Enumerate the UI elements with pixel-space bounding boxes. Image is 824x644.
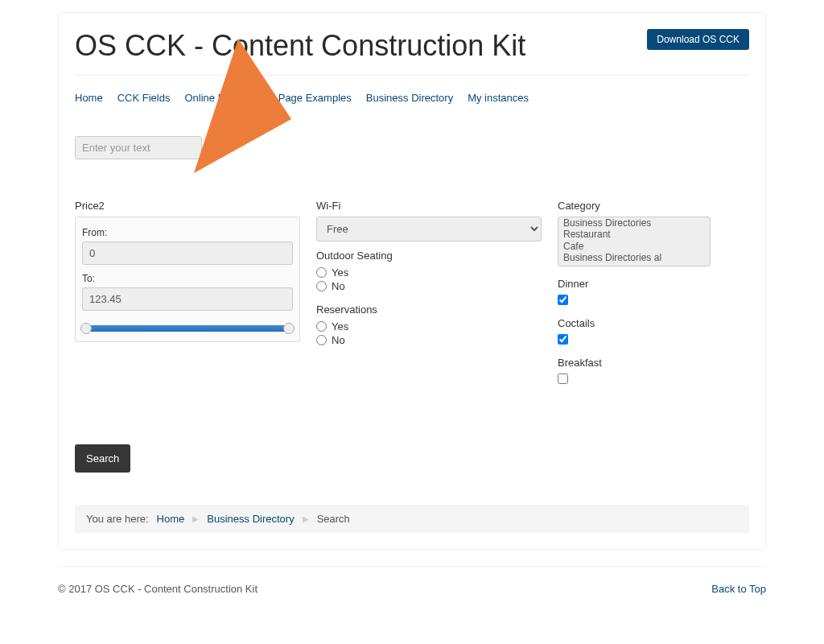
nav-online-examples[interactable]: Online Examples [184,92,263,104]
breakfast-checkbox[interactable] [558,374,568,384]
price2-slider[interactable] [85,325,290,332]
breadcrumb-sep-icon: ▶ [192,514,199,523]
price2-to-input[interactable] [82,287,293,311]
outdoor-label: Outdoor Seating [316,250,542,262]
outdoor-no-radio[interactable] [316,281,327,291]
breadcrumb-prefix: You are here: [86,513,149,525]
main-nav: Home CCK Fields Online Examples Page Exa… [75,92,749,104]
wifi-label: Wi-Fi [316,200,542,212]
price2-to-label: To: [82,273,293,284]
outdoor-no-label: No [332,280,345,292]
coctails-label: Coctails [558,317,711,329]
price2-from-input[interactable] [82,242,293,265]
breadcrumb-current: Search [317,513,350,525]
outdoor-yes-radio[interactable] [316,267,327,278]
nav-business-directory[interactable]: Business Directory [366,92,453,104]
breadcrumb-home[interactable]: Home [157,513,185,525]
coctails-checkbox[interactable] [558,334,568,345]
search-input[interactable] [75,136,202,159]
price2-label: Price2 [75,200,300,212]
breadcrumb-business-directory[interactable]: Business Directory [207,513,294,525]
dinner-checkbox[interactable] [558,295,568,305]
breakfast-label: Breakfast [558,357,711,369]
price2-box: From: To: [75,217,300,342]
nav-my-instances[interactable]: My instances [468,92,529,104]
slider-handle-left[interactable] [80,323,92,334]
category-select[interactable]: Business Directories Restaurant Cafe Bus… [558,217,711,266]
reservations-yes-label: Yes [332,320,348,332]
back-to-top-link[interactable]: Back to Top [711,583,766,595]
nav-home[interactable]: Home [75,92,103,104]
nav-cck-fields[interactable]: CCK Fields [117,92,171,104]
category-label: Category [558,200,711,212]
outdoor-yes-label: Yes [332,266,348,279]
dinner-label: Dinner [558,278,711,290]
page-title: OS CCK - Content Construction Kit [75,29,525,63]
footer-copyright: © 2017 OS CCK - Content Construction Kit [58,583,258,595]
download-button[interactable]: Download OS CCK [647,29,749,50]
slider-handle-right[interactable] [283,323,295,334]
nav-page-examples[interactable]: Page Examples [278,92,352,104]
breadcrumb: You are here: Home ▶ Business Directory … [75,505,749,533]
wifi-select[interactable]: Free [316,217,542,242]
search-button[interactable]: Search [75,444,130,473]
reservations-yes-radio[interactable] [316,321,327,332]
price2-from-label: From: [82,227,293,238]
reservations-label: Reservations [316,303,542,316]
reservations-no-radio[interactable] [316,335,327,345]
breadcrumb-sep-icon: ▶ [303,514,309,523]
reservations-no-label: No [332,334,345,346]
